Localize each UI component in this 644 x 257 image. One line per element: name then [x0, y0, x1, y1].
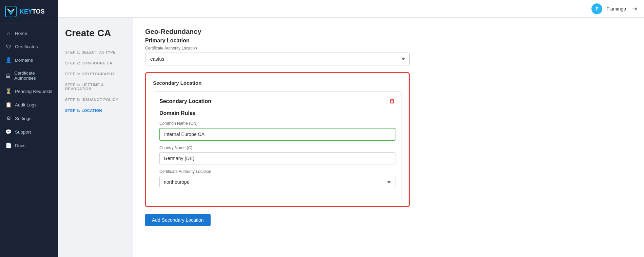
sidebar-item-docs-label: Docs: [15, 143, 25, 148]
support-icon: 💬: [5, 129, 12, 135]
page-title: Create CA: [65, 28, 126, 39]
sidebar-item-home-label: Home: [15, 31, 27, 36]
domain-rules-title: Domain Rules: [159, 110, 395, 116]
sidebar: KEYTOS ⌂ Home 🛡 Certificates 👤 Domains 🏛…: [0, 0, 58, 257]
sidebar-nav: ⌂ Home 🛡 Certificates 👤 Domains 🏛 Certif…: [0, 23, 58, 257]
inner-card-header: Secondary Location 🗑: [159, 98, 395, 105]
add-secondary-location-button[interactable]: Add Secondary Location: [145, 214, 211, 226]
ca-icon: 🏛: [5, 73, 11, 79]
inner-card-title: Secondary Location: [159, 98, 211, 104]
content-area: Create CA STEP 1: SELECT CA TYPE STEP 2:…: [58, 18, 644, 257]
sidebar-item-pending-label: Pending Requests: [15, 89, 52, 94]
sidebar-item-home[interactable]: ⌂ Home: [0, 27, 58, 40]
primary-location-label: Certificate Authority Location: [145, 46, 632, 51]
step-2[interactable]: STEP 2: CONFIGURE CA: [65, 58, 126, 68]
ca-location-group: Certificate Authority Location northeuro…: [159, 169, 395, 188]
sidebar-item-docs[interactable]: 📄 Docs: [0, 139, 58, 152]
step-5[interactable]: STEP 5: ISSUANCE POLICY: [65, 94, 126, 105]
certificates-icon: 🛡: [5, 44, 12, 50]
geo-redundancy-title: Geo-Redundancy: [145, 28, 632, 36]
logo: KEYTOS: [0, 0, 58, 23]
ca-location-select[interactable]: northeurope westeurope eastus westus: [159, 176, 395, 188]
secondary-location-card: Secondary Location 🗑 Domain Rules Common…: [153, 91, 402, 199]
step-6[interactable]: STEP 6: LOCATION: [65, 105, 126, 116]
sidebar-item-support[interactable]: 💬 Support: [0, 125, 58, 139]
logo-text: KEYTOS: [20, 8, 45, 15]
step-4[interactable]: STEP 4: LIFETIME & REVOCATION: [65, 79, 126, 94]
sidebar-item-support-label: Support: [15, 130, 31, 135]
form-area: Geo-Redundancy Primary Location Certific…: [133, 18, 644, 257]
cn-label: Common Name (CN): [159, 121, 395, 126]
sidebar-item-audit-label: Audit Logs: [15, 102, 37, 107]
topbar: F Flamingo ⇥: [58, 0, 644, 18]
cn-input[interactable]: [159, 128, 395, 141]
country-input[interactable]: [159, 152, 395, 164]
sidebar-item-domains[interactable]: 👤 Domains: [0, 53, 58, 67]
main: F Flamingo ⇥ Create CA STEP 1: SELECT CA…: [58, 0, 644, 257]
sidebar-item-audit-logs[interactable]: 📋 Audit Logs: [0, 98, 58, 112]
user-name: Flamingo: [606, 6, 626, 12]
sidebar-item-pending-requests[interactable]: ⏳ Pending Requests: [0, 84, 58, 98]
step-1[interactable]: STEP 1: SELECT CA TYPE: [65, 47, 126, 58]
primary-location-title: Primary Location: [145, 38, 632, 44]
sidebar-item-domains-label: Domains: [15, 58, 33, 63]
sidebar-item-settings-label: Settings: [15, 116, 32, 121]
country-group: Country Name (C): [159, 145, 395, 164]
pending-icon: ⏳: [5, 88, 12, 94]
delete-secondary-icon[interactable]: 🗑: [389, 98, 395, 105]
cn-group: Common Name (CN): [159, 121, 395, 141]
settings-icon: ⚙: [5, 115, 12, 121]
secondary-location-box: Secondary Location Secondary Location 🗑 …: [145, 72, 410, 207]
home-icon: ⌂: [5, 31, 12, 36]
steps-panel: Create CA STEP 1: SELECT CA TYPE STEP 2:…: [58, 18, 133, 257]
secondary-location-section-label: Secondary Location: [153, 80, 402, 86]
logout-icon[interactable]: ⇥: [632, 5, 637, 13]
domains-icon: 👤: [5, 57, 12, 63]
docs-icon: 📄: [5, 142, 12, 149]
logo-icon: [5, 5, 17, 18]
country-label: Country Name (C): [159, 145, 395, 150]
sidebar-item-certificates-label: Certificates: [15, 44, 38, 49]
primary-location-select[interactable]: eastus westus northeurope westeurope: [145, 53, 410, 65]
ca-location-label: Certificate Authority Location: [159, 169, 395, 174]
sidebar-item-certificates[interactable]: 🛡 Certificates: [0, 40, 58, 53]
user-avatar: F: [591, 3, 602, 14]
sidebar-item-settings[interactable]: ⚙ Settings: [0, 112, 58, 125]
sidebar-item-certificate-authorities[interactable]: 🏛 Certificate Authorities: [0, 67, 58, 84]
audit-icon: 📋: [5, 102, 12, 108]
step-3[interactable]: STEP 3: CRYPTOGRAPHY: [65, 68, 126, 79]
sidebar-item-ca-label: Certificate Authorities: [14, 71, 53, 81]
